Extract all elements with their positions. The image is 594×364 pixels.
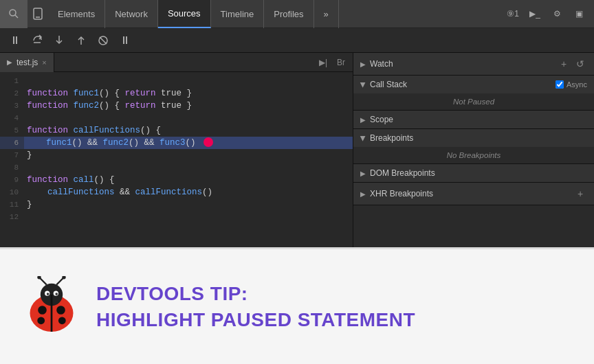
dom-breakpoints-section: ▶ DOM Breakpoints xyxy=(353,164,594,183)
main-content: ▶ test.js × ▶| Br 1 2 function func1() {… xyxy=(0,53,594,247)
tip-text: DevTools Tip: Highlight Paused Statement xyxy=(96,282,415,331)
toolbar-right: ⑨1 ▶_ ⚙ ▣ xyxy=(498,4,594,23)
file-tab-bar: ▶ test.js × ▶| Br xyxy=(0,53,353,72)
async-checkbox[interactable]: Async xyxy=(556,80,587,89)
svg-line-1 xyxy=(15,15,18,18)
breakpoints-section: ▶ Breakpoints No Breakpoints xyxy=(353,129,594,164)
step-into-button[interactable] xyxy=(50,31,69,50)
svg-point-14 xyxy=(37,317,45,324)
dom-breakpoints-header[interactable]: ▶ DOM Breakpoints xyxy=(353,164,594,182)
right-panel: ▶ Watch + ↺ ▶ Call Stack Async Not Pause… xyxy=(353,53,594,247)
xhr-breakpoints-section: ▶ XHR Breakpoints + xyxy=(353,183,594,205)
xhr-breakpoints-actions: + xyxy=(573,187,587,201)
debug-toolbar: ⏸ ⏸ xyxy=(0,28,594,53)
breakpoints-section-header[interactable]: ▶ Breakpoints xyxy=(353,129,594,147)
code-line-4: 4 xyxy=(0,112,353,124)
deactivate-breakpoints-button[interactable] xyxy=(94,31,113,50)
code-area: 1 2 function func1() { return true } 3 f… xyxy=(0,72,353,247)
code-line-3: 3 function func2() { return true } xyxy=(0,100,353,112)
ladybug-icon xyxy=(21,276,82,338)
xhr-breakpoints-title: XHR Breakpoints xyxy=(370,189,573,198)
code-line-7: 7 } xyxy=(0,149,353,161)
tip-section: DevTools Tip: Highlight Paused Statement xyxy=(0,247,594,364)
xhr-breakpoints-header[interactable]: ▶ XHR Breakpoints + xyxy=(353,183,594,205)
svg-point-0 xyxy=(10,10,16,16)
watch-title: Watch xyxy=(370,59,557,69)
svg-point-23 xyxy=(55,293,58,295)
svg-point-22 xyxy=(47,293,50,295)
async-label: Async xyxy=(566,80,587,89)
code-line-10: 10 callFunctions && callFunctions() xyxy=(0,186,353,198)
svg-point-15 xyxy=(58,317,66,324)
dom-breakpoints-title: DOM Breakpoints xyxy=(370,168,587,178)
callstack-content: Not Paused xyxy=(353,93,594,110)
file-tab-testjs[interactable]: ▶ test.js × xyxy=(0,53,54,72)
code-line-2: 2 function func1() { return true } xyxy=(0,87,353,100)
scope-section-header[interactable]: ▶ Scope xyxy=(353,111,594,128)
pause-button[interactable]: ⏸ xyxy=(6,31,25,50)
tab-more[interactable]: » xyxy=(314,0,339,28)
svg-line-8 xyxy=(100,37,107,44)
watch-add-button[interactable]: + xyxy=(557,57,571,71)
watch-arrow: ▶ xyxy=(360,60,366,68)
breakpoints-title: Breakpoints xyxy=(370,133,587,143)
file-tab-close-button[interactable]: × xyxy=(42,58,46,67)
xhr-breakpoints-arrow: ▶ xyxy=(360,190,366,198)
scope-section: ▶ Scope xyxy=(353,111,594,129)
tab-navigation: Elements Network Sources Timeline Profil… xyxy=(48,0,498,28)
tab-elements[interactable]: Elements xyxy=(48,0,105,28)
svg-point-13 xyxy=(56,306,65,315)
code-line-8: 8 xyxy=(0,161,353,174)
svg-point-12 xyxy=(38,306,47,315)
code-line-5: 5 function callFunctions() { xyxy=(0,124,353,137)
scope-arrow: ▶ xyxy=(360,116,366,124)
dom-breakpoints-arrow: ▶ xyxy=(360,170,366,177)
code-line-1: 1 xyxy=(0,75,353,87)
counter-badge[interactable]: ⑨1 xyxy=(503,4,522,23)
watch-refresh-button[interactable]: ↺ xyxy=(573,57,587,71)
watch-section: ▶ Watch + ↺ xyxy=(353,53,594,76)
watch-section-header[interactable]: ▶ Watch + ↺ xyxy=(353,53,594,75)
device-icon[interactable] xyxy=(28,0,48,28)
file-action-breakpoint[interactable]: Br xyxy=(333,55,349,70)
file-tab-actions: ▶| Br xyxy=(316,55,353,70)
tab-profiles[interactable]: Profiles xyxy=(264,0,314,28)
step-out-button[interactable] xyxy=(72,31,91,50)
tab-network[interactable]: Network xyxy=(105,0,158,28)
callstack-section: ▶ Call Stack Async Not Paused xyxy=(353,76,594,111)
play-icon: ▶ xyxy=(7,58,12,66)
step-over-button[interactable] xyxy=(28,31,47,50)
tip-title-line1: DevTools Tip: xyxy=(96,282,415,306)
search-icon[interactable] xyxy=(0,0,28,28)
terminal-icon[interactable]: ▶_ xyxy=(525,4,544,23)
file-tab-name: test.js xyxy=(16,58,38,67)
callstack-arrow: ▶ xyxy=(360,82,367,87)
callstack-section-header[interactable]: ▶ Call Stack Async xyxy=(353,76,594,93)
breakpoints-content: No Breakpoints xyxy=(353,147,594,163)
code-line-12: 12 xyxy=(0,211,353,223)
async-checkbox-input[interactable] xyxy=(556,80,564,89)
tab-sources[interactable]: Sources xyxy=(158,0,211,28)
code-line-11: 11 } xyxy=(0,198,353,211)
code-line-6: 6 func1() && func2() && func3() xyxy=(0,137,353,149)
top-toolbar: Elements Network Sources Timeline Profil… xyxy=(0,0,594,28)
tip-title-line2: Highlight Paused Statement xyxy=(96,308,415,332)
xhr-add-button[interactable]: + xyxy=(573,187,587,201)
monitor-icon[interactable]: ▣ xyxy=(569,4,588,23)
watch-actions: + ↺ xyxy=(557,57,587,71)
tab-timeline[interactable]: Timeline xyxy=(211,0,265,28)
code-panel: ▶ test.js × ▶| Br 1 2 function func1() {… xyxy=(0,53,353,247)
scope-title: Scope xyxy=(370,115,587,124)
file-action-run[interactable]: ▶| xyxy=(316,55,331,70)
callstack-title: Call Stack xyxy=(370,80,556,89)
code-line-9: 9 function call() { xyxy=(0,174,353,186)
breakpoints-arrow: ▶ xyxy=(360,135,367,141)
breakpoint-indicator xyxy=(204,137,213,147)
pause-on-exceptions-button[interactable]: ⏸ xyxy=(116,31,135,50)
settings-icon[interactable]: ⚙ xyxy=(547,4,566,23)
